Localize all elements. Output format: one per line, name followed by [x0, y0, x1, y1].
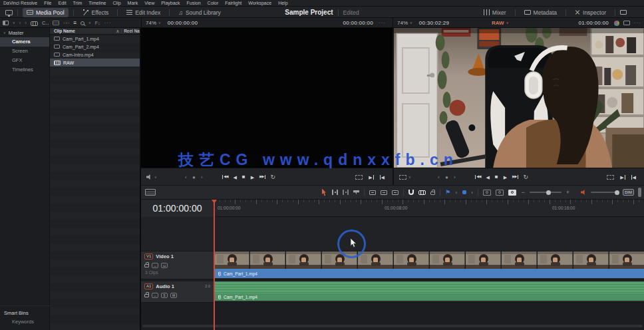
jog-control[interactable]: ‹ ● ›: [185, 168, 205, 186]
track-enable-icon[interactable]: ▭: [161, 263, 168, 268]
dynamic-trim-mode-icon[interactable]: [343, 190, 349, 195]
empty-track-lane[interactable]: [141, 217, 644, 251]
jog-control[interactable]: ‹ ● ›: [438, 168, 458, 186]
zoom-in-icon[interactable]: +: [566, 189, 569, 196]
auto-select-icon[interactable]: ↔: [152, 293, 158, 298]
go-to-start-button[interactable]: ◀◀: [222, 175, 228, 179]
go-to-end-button[interactable]: ▶▶: [259, 175, 265, 179]
scrollbar-thumb[interactable]: [638, 188, 641, 197]
strip-view-icon[interactable]: [53, 21, 59, 25]
playhead[interactable]: [214, 200, 215, 330]
timeline-zoom-slider[interactable]: [530, 192, 562, 193]
back-icon[interactable]: ‹: [19, 20, 21, 26]
more-options-icon[interactable]: ···: [379, 20, 386, 26]
keywords-item[interactable]: Keywords: [0, 317, 50, 326]
more-options-icon[interactable]: ···: [104, 20, 112, 26]
menu-item-clip[interactable]: Clip: [113, 1, 121, 5]
media-clip-row-selected[interactable]: RAW: [50, 59, 140, 67]
zoom-out-icon[interactable]: −: [521, 189, 524, 196]
snapping-icon[interactable]: [408, 190, 414, 195]
chevron-down-icon[interactable]: ∨: [88, 21, 91, 25]
detail-zoom-icon[interactable]: [496, 190, 504, 196]
search-icon[interactable]: [80, 21, 84, 25]
menu-item-fairlight[interactable]: Fairlight: [225, 1, 242, 5]
menu-item-edit[interactable]: Edit: [59, 1, 67, 5]
menu-item-file[interactable]: File: [44, 1, 51, 5]
sort-icon[interactable]: F↓: [95, 21, 100, 25]
audio-track-name[interactable]: Audio 1: [156, 283, 174, 289]
audio-clip-bar[interactable]: Cam_Part_1.mp4: [214, 293, 644, 301]
play-from-in-icon[interactable]: ◀: [631, 175, 636, 180]
insert-clip-icon[interactable]: [369, 190, 376, 195]
chevron-down-icon[interactable]: ∨: [455, 191, 458, 194]
step-back-button[interactable]: ◀: [233, 175, 236, 180]
play-from-in-icon[interactable]: ◀: [380, 175, 385, 180]
bin-root-row[interactable]: ∨ Master: [0, 28, 49, 37]
timeline-scrollbar[interactable]: [142, 325, 643, 327]
track-lock-icon[interactable]: [144, 294, 149, 297]
media-clip-row[interactable]: Cam_Part_1.mp4: [50, 35, 140, 43]
trim-edit-mode-icon[interactable]: [332, 190, 338, 195]
menu-item-app[interactable]: DaVinci Resolve: [3, 1, 37, 5]
source-zoom-select[interactable]: 74%: [146, 20, 156, 26]
razor-tool-icon[interactable]: [353, 190, 359, 195]
more-options-icon[interactable]: ···: [634, 20, 641, 26]
metadata-button[interactable]: Metadata: [520, 8, 561, 17]
video-track-name[interactable]: Video 1: [156, 253, 174, 259]
selection-tool-icon[interactable]: [322, 189, 327, 196]
volume-slider[interactable]: [591, 192, 619, 193]
step-back-button[interactable]: ◀: [486, 175, 489, 180]
chevron-down-icon[interactable]: ∨: [154, 176, 157, 179]
chevron-down-icon[interactable]: ∨: [471, 191, 474, 194]
audio-track-lane[interactable]: Cam_Part_1.mp4: [214, 281, 644, 303]
forward-icon[interactable]: ›: [25, 20, 27, 26]
overwrite-clip-icon[interactable]: [381, 190, 387, 195]
column-reel-name[interactable]: Reel Na: [124, 29, 140, 33]
audio-clip-waveform[interactable]: [214, 281, 644, 293]
media-clip-row[interactable]: Cam_Part_2.mp4: [50, 43, 140, 51]
program-viewer[interactable]: [393, 28, 644, 168]
menu-item-help[interactable]: Help: [278, 1, 287, 5]
timeline-zoom-select[interactable]: 74%: [397, 20, 408, 26]
play-button[interactable]: ▶: [504, 175, 507, 180]
timeline-name-dropdown[interactable]: RAW: [492, 20, 504, 26]
chevron-down-icon[interactable]: ∨: [13, 21, 15, 25]
usage-icon[interactable]: [31, 21, 38, 25]
video-track-badge[interactable]: V1: [144, 253, 153, 259]
replace-clip-icon[interactable]: [392, 190, 399, 195]
match-frame-icon[interactable]: [607, 175, 614, 180]
layout-toggle-icon[interactable]: [620, 10, 627, 15]
list-view-icon[interactable]: ≡: [73, 20, 77, 26]
mute-button[interactable]: M: [170, 293, 177, 298]
go-to-end-button[interactable]: ▶▶: [512, 175, 518, 179]
play-button[interactable]: ▶: [251, 175, 254, 180]
flag-icon[interactable]: ⚑: [445, 190, 450, 196]
smart-bins-header[interactable]: Smart Bins: [0, 309, 50, 317]
go-to-start-button[interactable]: ◀◀: [475, 175, 480, 179]
cinema-viewer-icon[interactable]: [623, 21, 630, 25]
column-clip-name[interactable]: Clip Name: [50, 29, 75, 33]
bin-pane-toggle-icon[interactable]: [3, 21, 9, 25]
loop-button[interactable]: ↻: [524, 174, 529, 180]
menu-item-color[interactable]: Color: [208, 1, 219, 5]
menu-item-view[interactable]: View: [144, 1, 154, 5]
video-clip-filmstrip[interactable]: [214, 251, 644, 269]
custom-zoom-icon[interactable]: [508, 190, 516, 196]
sort-chevron-icon[interactable]: ∧: [116, 29, 119, 34]
viewer-mode-icon[interactable]: [399, 175, 406, 180]
stop-button[interactable]: ■: [242, 174, 245, 180]
bin-item-camera[interactable]: Camera: [0, 37, 49, 47]
chevron-down-icon[interactable]: ∨: [408, 176, 411, 179]
mixer-button[interactable]: Mixer: [480, 8, 510, 17]
menu-item-mark[interactable]: Mark: [128, 1, 138, 5]
menu-item-trim[interactable]: Trim: [73, 1, 82, 5]
play-to-out-icon[interactable]: ▶: [369, 175, 373, 180]
bin-item-timelines[interactable]: Timelines: [0, 65, 49, 75]
video-clip-bar[interactable]: Cam_Part_1.mp4: [214, 269, 644, 278]
menu-item-workspace[interactable]: Workspace: [248, 1, 271, 5]
bin-item-screen[interactable]: Screen: [0, 47, 49, 56]
timeline-view-options-icon[interactable]: [145, 189, 156, 196]
position-lock-icon[interactable]: [430, 192, 435, 195]
auto-select-icon[interactable]: ↔: [152, 263, 158, 268]
column-divider[interactable]: [121, 29, 122, 34]
